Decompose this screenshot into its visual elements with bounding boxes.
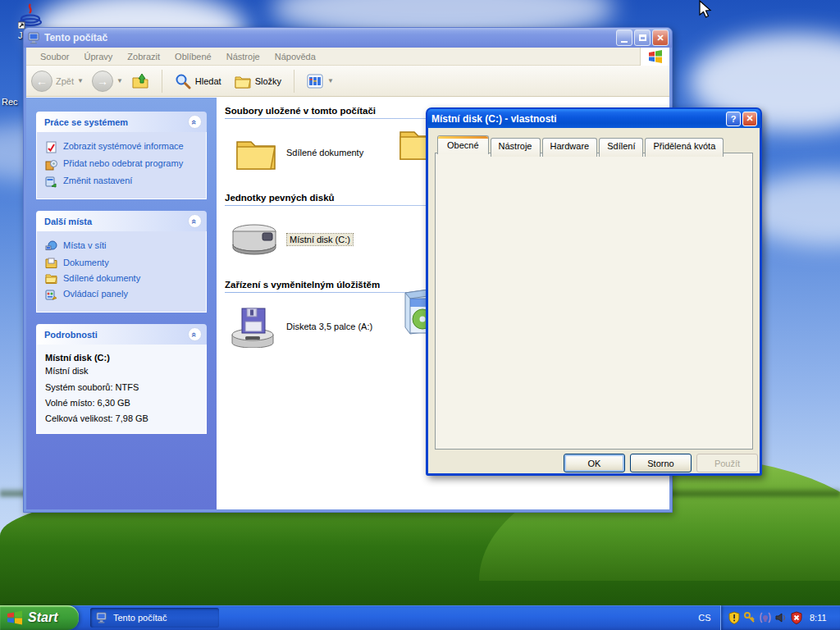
panel-details: Podrobnosti « Místní disk (C:) Místní di…: [36, 324, 207, 434]
start-button[interactable]: Start: [0, 605, 79, 630]
up-button[interactable]: [126, 70, 154, 93]
minimize-button[interactable]: [616, 30, 632, 46]
folders-icon: [235, 74, 251, 89]
menu-napoveda[interactable]: Nápověda: [267, 49, 323, 64]
tab-strip: Obecné Nástroje Hardware Sdílení Přiděle…: [437, 135, 725, 154]
menu-zobrazit[interactable]: Zobrazit: [120, 49, 167, 64]
tab-nastroje[interactable]: Nástroje: [491, 138, 541, 157]
language-indicator[interactable]: CS: [693, 609, 716, 626]
help-button[interactable]: ?: [726, 112, 741, 126]
search-icon: [175, 73, 191, 89]
collapse-chevron-icon[interactable]: «: [188, 115, 202, 129]
forward-button[interactable]: →: [92, 71, 113, 92]
tab-pridelena-kvota[interactable]: Přidělená kvóta: [645, 138, 724, 157]
my-computer-icon: [28, 32, 41, 44]
mouse-cursor: [697, 0, 714, 20]
sidebar-item-system-info[interactable]: Zobrazit systémové informace: [45, 139, 199, 156]
back-dropdown-icon[interactable]: ▼: [77, 77, 84, 84]
forward-dropdown-icon[interactable]: ▼: [116, 77, 123, 84]
toolbar-separator: [294, 70, 294, 93]
details-free-space: Volné místo: 6,30 GB: [45, 394, 199, 409]
folders-button[interactable]: Složky: [230, 71, 286, 91]
sidebar-item-control-panel[interactable]: Ovládací panely: [45, 286, 199, 304]
dialog-title: Místní disk (C:) - vlastnosti: [431, 113, 557, 125]
tab-obecne[interactable]: Obecné: [437, 135, 489, 154]
add-remove-programs-icon: [45, 158, 57, 171]
panel-header[interactable]: Podrobnosti «: [36, 324, 207, 345]
search-label: Hledat: [195, 76, 221, 86]
item-floppy-a[interactable]: Disketa 3,5 palce (A:): [229, 301, 372, 352]
sidebar-item-label: Změnit nastavení: [63, 176, 132, 185]
folder-icon: [235, 135, 276, 170]
shared-documents-icon: [45, 273, 57, 284]
taskbar: Start Tento počítač CS 8:11: [0, 605, 840, 630]
security-alert-shield-icon[interactable]: [790, 611, 803, 624]
desktop-icon-rec[interactable]: Rec: [2, 97, 18, 107]
search-button[interactable]: Hledat: [170, 71, 226, 92]
java-icon: [18, 2, 43, 29]
security-warning-shield-icon[interactable]: [728, 611, 741, 624]
keys-icon[interactable]: [743, 611, 756, 624]
change-settings-icon: [45, 176, 57, 188]
panel-header[interactable]: Další místa «: [36, 211, 207, 231]
item-local-disk-c[interactable]: Místní disk (C:): [231, 214, 353, 265]
item-shared-documents[interactable]: Sdílené dokumenty: [235, 127, 363, 178]
collapse-chevron-icon[interactable]: «: [188, 214, 202, 228]
panel-system-tasks: Práce se systémem « Zobrazit systémové i…: [36, 112, 207, 199]
details-drive-name: Místní disk (C:): [45, 351, 199, 364]
hard-disk-icon: [231, 223, 277, 256]
views-dropdown-icon[interactable]: ▼: [327, 77, 334, 84]
sidebar-item-label: Sdílené dokumenty: [63, 273, 140, 283]
apply-button[interactable]: Použít: [696, 454, 758, 472]
taskbar-clock[interactable]: 8:11: [810, 613, 827, 623]
sidebar-item-documents[interactable]: Dokumenty: [45, 255, 199, 271]
sidebar-item-shared-documents[interactable]: Sdílené dokumenty: [45, 271, 199, 286]
task-pane: Práce se systémem « Zobrazit systémové i…: [26, 98, 217, 509]
sidebar-item-network-places[interactable]: Místa v síti: [45, 238, 199, 255]
sidebar-item-label: Ovládací panely: [63, 289, 128, 299]
tab-sdileni[interactable]: Sdílení: [599, 138, 643, 157]
volume-icon[interactable]: [774, 611, 788, 624]
back-button[interactable]: ←: [31, 71, 52, 92]
menu-nastroje[interactable]: Nástroje: [219, 49, 267, 64]
item-label: Disketa 3,5 palce (A:): [286, 322, 372, 331]
windows-logo-icon: [640, 48, 669, 66]
close-button[interactable]: ✕: [652, 30, 669, 46]
back-label: Zpět: [56, 76, 74, 86]
ok-button[interactable]: OK: [564, 454, 625, 472]
desktop-icon-label: Rec: [2, 97, 18, 107]
taskbar-task-my-computer[interactable]: Tento počítač: [90, 608, 219, 628]
tab-hardware[interactable]: Hardware: [542, 138, 598, 157]
item-label: Sdílené dokumenty: [286, 148, 363, 158]
menu-soubor[interactable]: Soubor: [33, 49, 76, 64]
details-filesystem: Systém souborů: NTFS: [45, 377, 199, 394]
sidebar-item-add-remove-programs[interactable]: Přidat nebo odebrat programy: [45, 156, 199, 173]
back-arrow-icon: ←: [36, 75, 48, 88]
dialog-close-button[interactable]: ✕: [742, 112, 757, 126]
forward-arrow-icon: →: [97, 75, 108, 88]
start-label: Start: [28, 610, 57, 625]
system-info-icon: [45, 141, 57, 153]
tab-page-general: [435, 153, 753, 450]
network-places-icon: [45, 240, 57, 253]
sidebar-item-change-setting[interactable]: Změnit nastavení: [45, 173, 199, 190]
toolbar: ← Zpět ▼ → ▼ Hledat: [26, 66, 669, 97]
start-windows-flag-icon: [7, 610, 23, 625]
views-button[interactable]: ▼: [302, 71, 339, 91]
cancel-button[interactable]: Storno: [630, 454, 692, 472]
views-icon: [307, 74, 323, 89]
window-titlebar[interactable]: Tento počítač ✕: [24, 28, 672, 48]
details-total-size: Celková velikost: 7,98 GB: [45, 409, 199, 425]
control-panel-icon: [45, 289, 57, 301]
remote-session-icon[interactable]: [759, 611, 772, 624]
dialog-titlebar[interactable]: Místní disk (C:) - vlastnosti ? ✕: [427, 109, 760, 128]
sidebar-item-label: Přidat nebo odebrat programy: [63, 158, 183, 168]
maximize-button[interactable]: [634, 30, 651, 46]
menu-oblibene[interactable]: Oblíbené: [167, 49, 219, 64]
panel-header[interactable]: Práce se systémem «: [36, 112, 207, 132]
floppy-drive-icon: [229, 305, 276, 348]
sidebar-item-label: Místa v síti: [63, 240, 107, 250]
collapse-chevron-icon[interactable]: «: [188, 327, 202, 341]
panel-other-places: Další místa « Místa v síti: [36, 211, 207, 313]
menu-upravy[interactable]: Úpravy: [76, 49, 120, 64]
